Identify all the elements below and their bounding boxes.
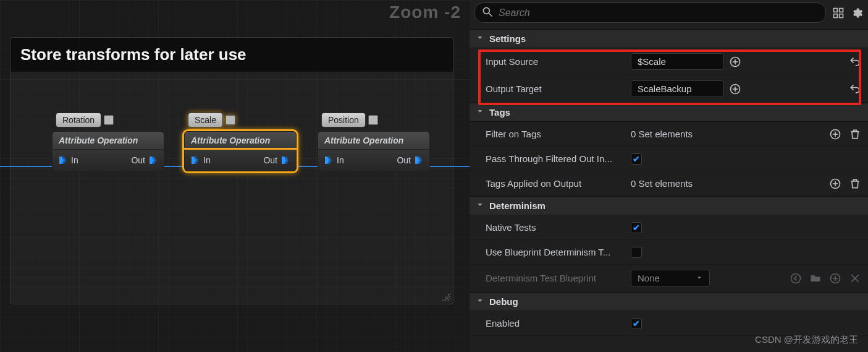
row-filter-on-tags: Filter on Tags 0 Set elements	[470, 122, 868, 147]
label-input-source: Input Source	[486, 56, 631, 67]
chevron-down-icon	[476, 200, 484, 211]
comment-title[interactable]: Store transforms for later use	[11, 38, 453, 72]
row-pass-through: Pass Through Filtered Out In...	[470, 147, 868, 171]
svg-line-1	[489, 14, 492, 17]
label-use-bp-determinism: Use Blueprint Determinism T...	[486, 247, 631, 257]
reset-button[interactable]	[848, 55, 862, 69]
row-tags-applied: Tags Applied on Output 0 Set elements	[470, 171, 868, 196]
search-icon	[481, 6, 494, 20]
data-in-icon	[190, 155, 201, 166]
svg-point-18	[791, 273, 801, 283]
trash-button[interactable]	[848, 177, 862, 191]
label-debug-enabled: Enabled	[486, 318, 631, 328]
node-attribute-operation-position[interactable]: Position Attribute Operation In Out	[318, 113, 430, 171]
section-title: Tags	[489, 107, 510, 118]
tags-applied-value: 0 Set elements	[631, 178, 693, 189]
row-use-bp-determinism: Use Blueprint Determinism T...	[470, 240, 868, 265]
output-pin[interactable]: Out	[263, 155, 291, 166]
input-source-field[interactable]: $Scale	[631, 53, 723, 70]
browse-button	[809, 272, 822, 285]
node-attribute-operation-scale[interactable]: Scale Attribute Operation In Out	[184, 113, 297, 171]
resize-grip-icon[interactable]	[442, 293, 450, 301]
section-debug[interactable]: Debug	[470, 292, 868, 311]
zoom-indicator: Zoom -2	[389, 2, 461, 22]
search-box[interactable]	[474, 2, 826, 23]
add-element-button[interactable]	[828, 127, 842, 141]
reset-button[interactable]	[848, 82, 862, 96]
data-in-icon	[57, 155, 69, 166]
add-button	[828, 272, 842, 285]
pin-label: Out	[263, 155, 277, 165]
svg-rect-3	[840, 8, 843, 12]
gear-icon[interactable]	[851, 7, 863, 19]
svg-point-0	[483, 7, 489, 14]
chevron-down-icon	[696, 273, 703, 283]
input-pin[interactable]: In	[190, 155, 211, 166]
determinism-bp-dropdown[interactable]: None	[631, 270, 710, 286]
watermark: CSDN @开发游戏的老王	[755, 334, 858, 346]
row-native-tests: Native Tests	[470, 215, 868, 240]
label-pass-through: Pass Through Filtered Out In...	[486, 153, 631, 164]
data-out-icon	[148, 155, 159, 166]
pass-through-checkbox[interactable]	[631, 153, 642, 165]
chevron-down-icon	[476, 33, 484, 44]
data-out-icon	[413, 155, 424, 166]
clear-button	[848, 272, 862, 285]
use-bp-determinism-checkbox[interactable]	[631, 247, 642, 258]
add-element-button[interactable]	[728, 55, 742, 69]
add-element-button[interactable]	[728, 82, 742, 96]
section-determinism[interactable]: Determinism	[470, 196, 868, 215]
output-target-field[interactable]: ScaleBackup	[631, 80, 723, 97]
filter-on-tags-value: 0 Set elements	[631, 129, 693, 139]
node-attribute-operation-rotation[interactable]: Rotation Attribute Operation In Out	[52, 113, 164, 171]
data-in-icon	[323, 155, 334, 166]
node-tag-rotation: Rotation	[56, 113, 101, 127]
grid-view-icon[interactable]	[832, 7, 845, 19]
label-native-tests: Native Tests	[486, 222, 631, 233]
pin-label: In	[203, 155, 211, 165]
label-output-target: Output Target	[486, 84, 631, 94]
label-tags-applied: Tags Applied on Output	[486, 178, 631, 189]
debug-enabled-checkbox[interactable]	[631, 318, 642, 329]
row-debug-enabled: Enabled	[470, 311, 868, 336]
row-output-target: Output Target ScaleBackup	[470, 75, 868, 103]
input-pin[interactable]: In	[323, 155, 344, 166]
node-header: Attribute Operation	[318, 131, 430, 150]
section-title: Debug	[489, 296, 518, 307]
chevron-down-icon	[476, 107, 484, 118]
section-tags[interactable]: Tags	[470, 103, 868, 122]
wire	[0, 166, 56, 167]
tag-more-icon[interactable]	[368, 115, 378, 125]
pin-label: Out	[131, 155, 145, 165]
dropdown-value: None	[638, 273, 660, 283]
node-header: Attribute Operation	[52, 131, 164, 150]
node-tag-position: Position	[321, 113, 366, 127]
pin-label: In	[337, 155, 344, 165]
use-selected-button	[789, 272, 803, 285]
node-header: Attribute Operation	[184, 131, 297, 150]
add-element-button[interactable]	[828, 177, 842, 191]
native-tests-checkbox[interactable]	[631, 222, 642, 233]
tag-more-icon[interactable]	[225, 115, 235, 125]
label-determinism-bp: Determinism Test Blueprint	[486, 273, 631, 283]
search-input[interactable]	[499, 7, 819, 19]
output-pin[interactable]: Out	[397, 155, 424, 166]
node-tag-scale: Scale	[188, 113, 223, 127]
wire	[423, 166, 470, 167]
row-input-source: Input Source $Scale	[470, 48, 868, 75]
input-pin[interactable]: In	[57, 155, 78, 166]
section-settings[interactable]: Settings	[470, 29, 868, 48]
svg-rect-5	[840, 14, 843, 17]
output-pin[interactable]: Out	[131, 155, 159, 166]
pin-label: In	[71, 155, 78, 165]
details-panel: Settings Input Source $Scale Output Targ…	[470, 0, 868, 352]
section-title: Determinism	[489, 200, 546, 211]
trash-button[interactable]	[848, 127, 862, 141]
tag-more-icon[interactable]	[104, 115, 114, 125]
section-title: Settings	[489, 33, 526, 44]
label-filter-on-tags: Filter on Tags	[486, 129, 631, 139]
chevron-down-icon	[476, 296, 484, 307]
graph-panel[interactable]: Zoom -2 Store transforms for later use R…	[0, 0, 470, 352]
svg-rect-4	[834, 14, 838, 17]
svg-rect-2	[834, 8, 838, 12]
